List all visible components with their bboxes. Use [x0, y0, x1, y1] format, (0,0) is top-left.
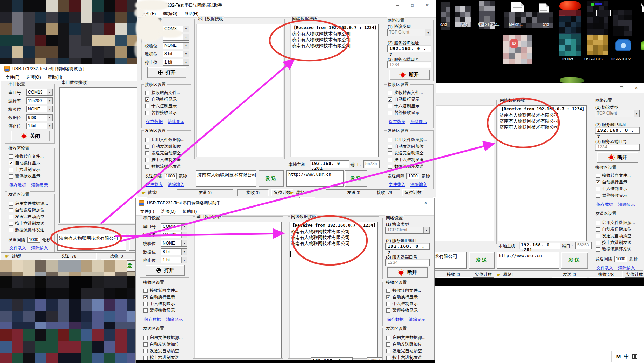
desktop-icon-label[interactable]: USR-TCP2... [478, 22, 500, 26]
checkbox-icon[interactable] [388, 111, 392, 115]
checkbox-file-data-source[interactable]: 启用文件数据源... [386, 335, 425, 340]
desktop-icon-label[interactable]: M4lan... [509, 22, 523, 26]
checkbox-receive-to-file[interactable]: 接收转向文件... [143, 288, 178, 293]
checkbox-icon[interactable] [388, 165, 392, 169]
checkbox-checked-icon[interactable] [145, 97, 149, 102]
menu-help[interactable]: 帮助(H) [184, 11, 199, 17]
net-receive-box[interactable]: 【Receive from 192.168.0.7 : 1234】: 济南有人物… [289, 222, 378, 358]
checkbox-icon[interactable] [145, 158, 149, 162]
checkbox-icon[interactable] [386, 336, 390, 340]
document-icon[interactable] [511, 2, 524, 12]
checkbox-pause-receive[interactable]: 暂停接收显示 [143, 308, 175, 313]
checkbox-loop-send[interactable]: 数据流循环发送 [145, 164, 181, 169]
checkbox-loop-send[interactable]: 数据流循环发送 [388, 164, 424, 169]
serial-receive-box[interactable] [196, 24, 283, 157]
load-file-link[interactable]: 文件载入 [9, 245, 26, 251]
checkbox-loop-send[interactable]: 数据流循环发送 [596, 247, 631, 252]
send-interval-input[interactable]: 1000 [164, 173, 177, 179]
checkbox-checked-icon[interactable] [596, 180, 600, 184]
checkbox-send-as-hex[interactable]: 按十六进制发送 [388, 157, 424, 162]
checkbox-loop-send[interactable]: 数据流循环发送 [9, 227, 44, 233]
checkbox-auto-wrap[interactable]: 自动换行显示 [145, 97, 177, 102]
checkbox-auto-send-append[interactable]: 自动发送附加位 [145, 144, 181, 149]
checkbox-icon[interactable] [9, 208, 13, 212]
save-data-link[interactable]: 保存数据 [9, 182, 26, 188]
desktop-icon-label[interactable]: ang [543, 22, 549, 26]
checkbox-file-data-source[interactable]: 启用文件数据源... [143, 335, 183, 340]
checkbox-auto-send-append[interactable]: 自动发送附加位 [596, 227, 631, 232]
checkbox-icon[interactable] [9, 215, 13, 219]
net-receive-box[interactable]: 【Receive from 192.168.0.7 : 1234】: 济南有人物… [498, 105, 587, 241]
checkbox-icon[interactable] [388, 151, 392, 155]
checkbox-send-as-hex[interactable]: 按十六进制发送 [386, 355, 422, 360]
server-ip-input[interactable]: 192.168. 0 . 7 [387, 45, 431, 52]
server-port-input[interactable]: 1234 [385, 259, 430, 266]
serial-send-button[interactable]: 发送 [259, 170, 284, 187]
checkbox-icon[interactable] [386, 342, 390, 347]
d-file-icon[interactable]: D [510, 39, 518, 48]
checkbox-send-as-hex[interactable]: 按十六进制发送 [143, 355, 179, 360]
maximize-button[interactable]: □ [405, 0, 420, 10]
checkbox-file-data-source[interactable]: 启用文件数据源... [9, 201, 48, 206]
serial-port-select[interactable]: COM13 [26, 89, 53, 96]
server-ip-input[interactable]: 192.168. 0 . 7 [385, 243, 430, 250]
checkbox-icon[interactable] [388, 145, 392, 149]
checkbox-checked-icon[interactable] [9, 161, 13, 165]
checkbox-icon[interactable] [143, 349, 148, 353]
desktop-icon-label[interactable]: USR-TCP2 [584, 57, 603, 61]
checkbox-icon[interactable] [145, 111, 149, 115]
save-data-link[interactable]: 保存数据 [389, 119, 405, 125]
checkbox-send-as-hex[interactable]: 按十六进制发送 [145, 157, 181, 162]
checkbox-icon[interactable] [9, 222, 13, 226]
net-send-input[interactable]: http://www.usr.cn [497, 252, 559, 269]
checkbox-icon[interactable] [143, 308, 148, 313]
robot-icon[interactable] [615, 39, 631, 51]
clear-display-link[interactable]: 清除显示 [168, 119, 184, 125]
checkbox-hex-display[interactable]: 十六进制显示 [145, 103, 177, 109]
window-bottom[interactable]: USR-TCP232-Test 串口转网络调试助手 ─ ✕ 文件(F) 选项(O… [135, 198, 435, 363]
protocol-select[interactable]: TCP Client [595, 110, 640, 117]
disconnect-button[interactable]: 断开 [389, 70, 430, 80]
ime-mode[interactable]: 中 [624, 353, 629, 360]
server-port-input[interactable]: 1234 [595, 144, 640, 151]
desktop-icon-label[interactable]: ]Cfg [460, 22, 467, 26]
protocol-select[interactable]: TCP Client [385, 227, 430, 234]
checkbox-icon[interactable] [596, 227, 600, 232]
menu-options[interactable]: 选项(O) [26, 74, 41, 80]
checkbox-receive-to-file[interactable]: 接收转向文件... [386, 288, 421, 293]
ime-settings-icon[interactable] [632, 354, 637, 359]
serial-port-select[interactable]: COM8 [161, 223, 187, 230]
checkbox-file-data-source[interactable]: 启用文件数据源... [388, 137, 427, 143]
serial-open-button[interactable]: 打开 [146, 265, 185, 276]
checkbox-receive-to-file[interactable]: 接收转向文件... [9, 154, 44, 159]
checkbox-pause-receive[interactable]: 暂停接收显示 [596, 193, 627, 198]
checkbox-icon[interactable] [9, 202, 13, 206]
checkbox-hex-display[interactable]: 十六进制显示 [386, 301, 418, 306]
parity-select[interactable]: NONE [26, 106, 53, 112]
menu-file[interactable]: 文件(F) [6, 74, 19, 80]
checkbox-icon[interactable] [143, 336, 148, 340]
save-data-link[interactable]: 保存数据 [387, 317, 404, 322]
clear-input-link[interactable]: 清除输入 [410, 182, 427, 188]
checkbox-clear-after-send[interactable]: 发送完自动清空 [388, 151, 424, 156]
checkbox-icon[interactable] [596, 241, 600, 245]
checkbox-checked-icon[interactable] [143, 295, 148, 299]
checkbox-icon[interactable] [145, 138, 149, 142]
baud-select[interactable]: 115200 [161, 232, 187, 238]
minimize-button[interactable]: ─ [390, 0, 405, 10]
save-data-link[interactable]: 保存数据 [146, 119, 163, 125]
window-top[interactable]: USR-TCP232-Test 串口转网络调试助手 ─ □ ✕ 文件(F) 选项… [137, 0, 436, 196]
checkbox-icon[interactable] [386, 349, 390, 353]
checkbox-clear-after-send[interactable]: 发送完自动清空 [9, 214, 44, 219]
checkbox-clear-after-send[interactable]: 发送完自动清空 [386, 348, 422, 354]
minimize-button[interactable]: ─ [600, 83, 614, 93]
checkbox-auto-wrap[interactable]: 自动换行显示 [386, 295, 418, 300]
checkbox-icon[interactable] [145, 151, 149, 155]
checkbox-icon[interactable] [9, 174, 13, 179]
checkbox-icon[interactable] [596, 234, 600, 238]
checkbox-icon[interactable] [143, 356, 148, 360]
checkbox-icon[interactable] [9, 228, 13, 232]
server-port-input[interactable]: 1234 [387, 61, 431, 68]
clear-display-link[interactable]: 清除显示 [31, 182, 48, 188]
checkbox-hex-display[interactable]: 十六进制显示 [143, 301, 175, 306]
